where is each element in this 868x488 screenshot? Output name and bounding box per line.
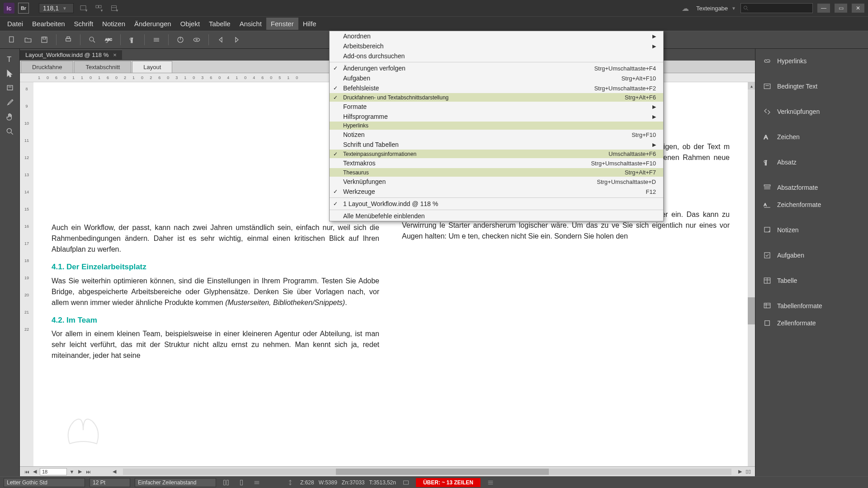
menu-item[interactable]: Alle Menübefehle einblenden — [330, 211, 663, 221]
fit-icon[interactable] — [401, 478, 411, 487]
page-number-input[interactable]: 18 — [40, 468, 67, 475]
close-button[interactable]: ✕ — [852, 4, 864, 13]
menu-item[interactable]: Formate▶ — [330, 102, 663, 112]
note-tool-icon[interactable] — [3, 81, 17, 95]
close-tab-icon[interactable]: × — [113, 52, 117, 58]
assignments-icon — [763, 251, 772, 259]
menu-item[interactable]: ✓BefehlsleisteStrg+Umschalttaste+F2 — [330, 83, 663, 93]
menu-aenderungen[interactable]: Änderungen — [130, 18, 176, 30]
split-view-icon[interactable]: ▯▯ — [744, 469, 752, 474]
menu-item[interactable]: Arbeitsbereich▶ — [330, 41, 663, 51]
menu-item[interactable]: ✓Druckfahnen- und Textabschnittsdarstell… — [330, 93, 663, 102]
screen-mode-icon[interactable]: ▼ — [77, 3, 89, 14]
workspace-switcher[interactable]: Texteingabe▼ — [696, 5, 736, 12]
menu-datei[interactable]: Datei — [3, 18, 28, 30]
panel-verknuepfungen[interactable]: Verknüpfungen — [755, 103, 868, 120]
cloud-icon[interactable]: ☁ — [682, 4, 689, 13]
lines-mini-icon[interactable] — [251, 478, 262, 487]
document-tab[interactable]: Layout_Workflow.indd @ 118 % × — [20, 50, 122, 60]
prev-icon[interactable] — [213, 33, 228, 46]
direct-select-tool-icon[interactable] — [3, 67, 17, 80]
panel-bedingter-text[interactable]: Bedingter Text — [755, 78, 868, 95]
tab-layout[interactable]: Layout — [132, 61, 172, 73]
menu-item[interactable]: ✓WerkzeugeF12 — [330, 187, 663, 197]
ruler-vertical: 8910111213141516171819202122 — [20, 82, 33, 466]
menu-item[interactable]: Anordnen▶ — [330, 31, 663, 41]
panel-tabellenformate[interactable]: Tabellenformate — [755, 297, 868, 314]
menu-item[interactable]: VerknüpfungenStrg+Umschalttaste+D — [330, 177, 663, 187]
page-dropdown-icon[interactable]: ▼ — [68, 469, 76, 474]
minimize-button[interactable]: — — [817, 4, 830, 13]
scroll-left-icon[interactable]: ◀ — [110, 469, 118, 474]
bridge-icon[interactable]: Br — [18, 3, 29, 14]
menu-tabelle[interactable]: Tabelle — [204, 18, 235, 30]
next-icon[interactable] — [230, 33, 244, 46]
panel-absatz[interactable]: ¶Absatz — [755, 154, 868, 171]
lines-icon[interactable] — [149, 33, 164, 46]
panel-hyperlinks[interactable]: Hyperlinks — [755, 52, 868, 70]
menu-item[interactable]: ThesaurusStrg+Alt+F7 — [330, 168, 663, 177]
menu-schrift[interactable]: Schrift — [70, 18, 98, 30]
menu-hilfe[interactable]: Hilfe — [298, 18, 321, 30]
zoom-level[interactable]: 118,1▼ — [39, 3, 74, 13]
eye-icon[interactable] — [189, 33, 204, 46]
menu-item[interactable]: Schrift und Tabellen▶ — [330, 140, 663, 150]
menu-item[interactable]: ✓Änderungen verfolgenStrg+Umschalttaste+… — [330, 63, 663, 73]
zoom-tool-icon[interactable] — [3, 125, 17, 138]
menu-item[interactable]: AufgabenStrg+Alt+F10 — [330, 73, 663, 83]
depth-icon[interactable] — [285, 478, 296, 487]
new-icon[interactable] — [5, 33, 19, 46]
leading-field[interactable]: Einfacher Zeilenabstand — [135, 478, 216, 487]
columns-icon[interactable] — [221, 478, 231, 487]
menu-item[interactable]: TextmakrosStrg+Umschalttaste+F10 — [330, 158, 663, 168]
view-icon[interactable]: ▼ — [108, 3, 120, 14]
print-icon[interactable] — [61, 33, 75, 46]
hand-tool-icon[interactable] — [3, 110, 17, 124]
arrange-icon[interactable]: ▼ — [93, 3, 104, 14]
font-size-field[interactable]: 12 Pt — [90, 478, 130, 487]
eyedropper-tool-icon[interactable] — [3, 96, 17, 109]
panel-absatzformate[interactable]: Absatzformate — [755, 179, 868, 196]
pilcrow-icon[interactable]: ¶ — [125, 33, 140, 46]
search-input[interactable] — [741, 3, 813, 13]
find-icon[interactable] — [85, 33, 99, 46]
maximize-button[interactable]: ▭ — [835, 4, 847, 13]
menu-item[interactable]: Hyperlinks — [330, 122, 663, 130]
power-icon[interactable] — [173, 33, 188, 46]
menu-notizen[interactable]: Notizen — [98, 18, 130, 30]
spellcheck-icon[interactable]: ABC — [101, 33, 116, 46]
panel-zellenformate[interactable]: Zellenformate — [755, 314, 868, 332]
menu-item[interactable]: Hilfsprogramme▶ — [330, 112, 663, 122]
first-page-icon[interactable]: ⏮ — [23, 469, 31, 474]
panel-notizen[interactable]: Notizen — [755, 221, 868, 239]
next-page-icon[interactable]: ▶ — [76, 469, 84, 474]
panel-zeichen[interactable]: AZeichen — [755, 128, 868, 145]
scrollbar-vertical[interactable]: ▴ — [748, 82, 755, 466]
menu-fenster[interactable]: Fenster — [266, 18, 298, 30]
open-icon[interactable] — [21, 33, 35, 46]
single-column-icon[interactable] — [236, 478, 247, 487]
tab-textabschnitt[interactable]: Textabschnitt — [74, 61, 131, 73]
menu-bearbeiten[interactable]: Bearbeiten — [28, 18, 70, 30]
menu-item[interactable]: NotizenStrg+F10 — [330, 130, 663, 140]
scroll-thumb-h[interactable] — [336, 469, 549, 475]
last-page-icon[interactable]: ⏭ — [84, 469, 92, 474]
panel-zeichenformate[interactable]: AZeichenformate — [755, 196, 868, 213]
menu-objekt[interactable]: Objekt — [176, 18, 204, 30]
menu-ansicht[interactable]: Ansicht — [235, 18, 266, 30]
panel-tabelle[interactable]: Tabelle — [755, 272, 868, 289]
menu-item[interactable]: Add-ons durchsuchen — [330, 51, 663, 61]
scroll-up-icon[interactable]: ▴ — [748, 82, 755, 89]
menu-item[interactable]: ✓1 Layout_Workflow.indd @ 118 % — [330, 199, 663, 209]
menu-icon[interactable] — [485, 478, 496, 487]
font-family-field[interactable]: Letter Gothic Std — [4, 478, 85, 487]
tab-druckfahne[interactable]: Druckfahne — [21, 61, 73, 73]
scrollbar-horizontal[interactable] — [123, 469, 731, 475]
save-icon[interactable] — [37, 33, 52, 46]
scroll-right-icon[interactable]: ▶ — [736, 469, 744, 474]
menu-item[interactable]: ✓TexteinpassungsinformationenUmschalttas… — [330, 150, 663, 158]
prev-page-icon[interactable]: ◀ — [31, 469, 39, 474]
panel-aufgaben[interactable]: Aufgaben — [755, 247, 868, 264]
type-tool-icon[interactable]: T — [3, 52, 17, 66]
scroll-thumb[interactable] — [748, 297, 755, 324]
